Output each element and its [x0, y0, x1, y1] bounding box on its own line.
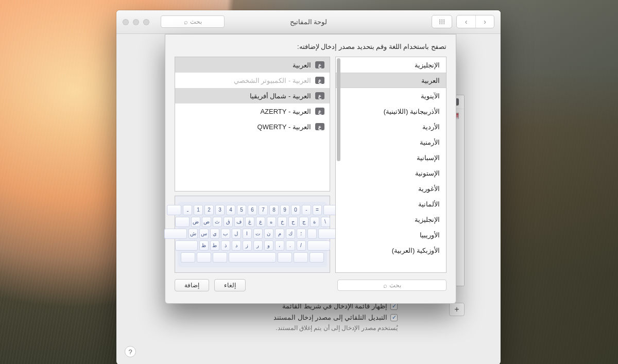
- key: ا: [243, 229, 252, 239]
- search-placeholder: بحث: [389, 282, 401, 289]
- language-row[interactable]: الإنجليزية: [336, 212, 446, 227]
- key: [197, 252, 211, 263]
- key: 0: [291, 205, 300, 215]
- key: [164, 229, 187, 239]
- key: ذ: [221, 240, 230, 251]
- key: [294, 252, 308, 263]
- language-row[interactable]: الأذربيجانية (اللاتينية): [336, 103, 446, 119]
- key: [213, 252, 227, 263]
- variant-label: العربية - QWERTY: [258, 123, 311, 131]
- key: ك: [286, 229, 295, 239]
- key: ه: [267, 217, 276, 227]
- scrollbar[interactable]: [337, 58, 340, 161]
- language-row[interactable]: الإستونية: [336, 165, 446, 181]
- key: [167, 205, 181, 215]
- key: ي: [210, 229, 219, 239]
- button-label: إلغاء: [224, 282, 236, 289]
- key: ط: [210, 240, 219, 251]
- variant-row[interactable]: عالعربية - الكمبيوتر الشخصي: [175, 73, 330, 88]
- languages-list[interactable]: الإنجليزيةالعربيةالآينويةالأذربيجانية (ا…: [335, 57, 447, 273]
- language-row[interactable]: الألمانية: [336, 196, 446, 212]
- titlebar: بحث لوحة المفاتيح ⁞⁞⁞ ‹ ›: [116, 10, 501, 34]
- sheet-title: تصفح باستخدام اللغة وقم بتحديد مصدر إدخا…: [175, 43, 447, 50]
- key: د: [232, 240, 241, 251]
- key: ت: [253, 229, 263, 239]
- language-row[interactable]: الإنجليزية: [336, 57, 446, 73]
- checkbox-icon: ✓: [390, 314, 398, 321]
- key: ف: [234, 217, 244, 227]
- key: 2: [204, 205, 214, 215]
- language-row[interactable]: الإسبانية: [336, 150, 446, 165]
- key: ش: [188, 229, 198, 239]
- key: [175, 217, 190, 227]
- grid-icon: ⁞⁞⁞: [439, 18, 445, 26]
- language-row[interactable]: الأغورية: [336, 181, 446, 196]
- variant-row[interactable]: عالعربية - QWERTY: [175, 119, 330, 134]
- key: ،: [275, 240, 284, 251]
- key: 1: [194, 205, 203, 215]
- keyboard-preview: ـ1234567890-=ضصثقفغعهخحجة\شسيبلاتنمك؛ظطذ…: [175, 196, 330, 273]
- key: [175, 240, 198, 251]
- add-input-source-sheet: تصفح باستخدام اللغة وقم بتحديد مصدر إدخا…: [165, 34, 456, 304]
- key: 3: [215, 205, 225, 215]
- key: ب: [221, 229, 230, 239]
- option-label: التبديل التلقائي إلى مصدر إدخال المستند: [273, 314, 387, 321]
- key: ص: [202, 217, 211, 227]
- variants-list[interactable]: عالعربيةعالعربية - الكمبيوتر الشخصيعالعر…: [175, 57, 330, 192]
- help-icon: ?: [128, 348, 132, 356]
- language-row[interactable]: الأوريبيا: [336, 227, 446, 242]
- key: ظ: [199, 240, 209, 251]
- key: ة: [310, 217, 319, 227]
- help-button[interactable]: ?: [125, 346, 136, 357]
- key: 6: [248, 205, 257, 215]
- nav-buttons: ‹ ›: [456, 15, 494, 28]
- language-row[interactable]: العربية: [336, 73, 446, 88]
- key: ق: [224, 217, 233, 227]
- key: 4: [226, 205, 235, 215]
- key: [181, 252, 195, 263]
- arabic-badge-icon: ع: [315, 92, 324, 99]
- variant-row[interactable]: عالعربية - شمال أفريقيا: [175, 88, 330, 103]
- language-row[interactable]: الأرمنية: [336, 134, 446, 150]
- show-all-button[interactable]: ⁞⁞⁞: [432, 15, 452, 28]
- language-row[interactable]: الآينوية: [336, 88, 446, 103]
- key: [307, 229, 317, 239]
- key: م: [275, 229, 284, 239]
- key: خ: [278, 217, 287, 227]
- key: ر: [253, 240, 263, 251]
- key: 5: [237, 205, 246, 215]
- add-source-button[interactable]: +: [449, 303, 465, 316]
- variant-label: العربية - AZERTY: [260, 108, 311, 115]
- variant-label: العربية - شمال أفريقيا: [250, 92, 311, 100]
- key: /: [297, 240, 306, 251]
- key: ن: [264, 229, 273, 239]
- search-icon: [383, 282, 387, 289]
- option-auto-switch[interactable]: ✓ التبديل التلقائي إلى مصدر إدخال المستن…: [273, 314, 398, 321]
- key: ـ: [183, 205, 192, 215]
- key: \: [321, 217, 330, 227]
- key: ز: [243, 240, 252, 251]
- sheet-search[interactable]: بحث: [337, 280, 447, 291]
- key: ل: [232, 229, 241, 239]
- language-row[interactable]: الأوزبكية (العربية): [336, 242, 446, 258]
- language-row[interactable]: الأردية: [336, 119, 446, 134]
- variant-row[interactable]: عالعربية - AZERTY: [175, 103, 330, 119]
- key: =: [313, 205, 322, 215]
- key: غ: [245, 217, 254, 227]
- back-button[interactable]: ‹: [457, 15, 475, 28]
- key: ث: [213, 217, 222, 227]
- key: .: [286, 240, 295, 251]
- arabic-badge-icon: ع: [315, 123, 324, 130]
- key: ؛: [297, 229, 306, 239]
- key: ع: [256, 217, 265, 227]
- arabic-badge-icon: ع: [315, 108, 324, 115]
- cancel-button[interactable]: إلغاء: [214, 279, 246, 291]
- variant-row[interactable]: عالعربية: [175, 57, 330, 73]
- button-label: إضافة: [184, 282, 199, 289]
- key: -: [302, 205, 311, 215]
- key: ج: [299, 217, 308, 227]
- forward-button[interactable]: ›: [475, 15, 494, 28]
- plus-icon: +: [454, 305, 459, 314]
- key-space: [229, 252, 276, 263]
- add-button[interactable]: إضافة: [175, 279, 209, 291]
